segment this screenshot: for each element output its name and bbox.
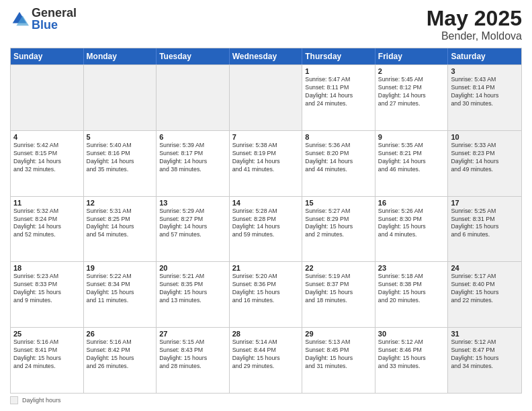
day-number: 22 bbox=[305, 264, 372, 272]
day-number: 30 bbox=[378, 330, 445, 338]
header-day-sunday: Sunday bbox=[11, 48, 84, 64]
day-number: 7 bbox=[232, 133, 300, 141]
cal-cell: 27Sunrise: 5:15 AM Sunset: 8:43 PM Dayli… bbox=[157, 328, 230, 393]
header-day-wednesday: Wednesday bbox=[230, 48, 303, 64]
cal-cell: 21Sunrise: 5:20 AM Sunset: 8:36 PM Dayli… bbox=[230, 262, 303, 327]
cal-cell: 31Sunrise: 5:12 AM Sunset: 8:47 PM Dayli… bbox=[448, 328, 521, 393]
day-number: 15 bbox=[305, 199, 372, 207]
day-number: 6 bbox=[159, 133, 226, 141]
day-number: 14 bbox=[232, 199, 300, 207]
logo-general: General bbox=[32, 7, 77, 19]
day-number: 10 bbox=[451, 133, 519, 141]
cal-cell: 9Sunrise: 5:35 AM Sunset: 8:21 PM Daylig… bbox=[375, 131, 449, 196]
logo-icon bbox=[10, 9, 29, 28]
cell-info: Sunrise: 5:35 AM Sunset: 8:21 PM Dayligh… bbox=[378, 142, 445, 174]
cell-info: Sunrise: 5:26 AM Sunset: 8:30 PM Dayligh… bbox=[378, 208, 445, 240]
cal-cell: 28Sunrise: 5:14 AM Sunset: 8:44 PM Dayli… bbox=[230, 328, 303, 393]
day-number: 25 bbox=[13, 330, 81, 338]
day-number: 20 bbox=[159, 264, 226, 272]
day-number: 28 bbox=[232, 330, 300, 338]
cal-cell: 14Sunrise: 5:28 AM Sunset: 8:28 PM Dayli… bbox=[230, 197, 303, 262]
day-number: 11 bbox=[13, 199, 81, 207]
day-number: 9 bbox=[378, 133, 445, 141]
cell-info: Sunrise: 5:32 AM Sunset: 8:24 PM Dayligh… bbox=[13, 208, 81, 240]
day-number: 24 bbox=[451, 264, 519, 272]
calendar: SundayMondayTuesdayWednesdayThursdayFrid… bbox=[10, 48, 522, 394]
header-day-thursday: Thursday bbox=[302, 48, 375, 64]
cell-info: Sunrise: 5:25 AM Sunset: 8:31 PM Dayligh… bbox=[451, 208, 519, 240]
cell-info: Sunrise: 5:18 AM Sunset: 8:38 PM Dayligh… bbox=[378, 273, 445, 305]
cal-cell: 10Sunrise: 5:33 AM Sunset: 8:23 PM Dayli… bbox=[448, 131, 521, 196]
cell-info: Sunrise: 5:29 AM Sunset: 8:27 PM Dayligh… bbox=[159, 208, 226, 240]
cell-info: Sunrise: 5:17 AM Sunset: 8:40 PM Dayligh… bbox=[451, 273, 519, 305]
cell-info: Sunrise: 5:22 AM Sunset: 8:34 PM Dayligh… bbox=[87, 273, 154, 305]
cell-info: Sunrise: 5:16 AM Sunset: 8:42 PM Dayligh… bbox=[87, 338, 154, 371]
cell-info: Sunrise: 5:42 AM Sunset: 8:15 PM Dayligh… bbox=[13, 142, 81, 174]
cal-cell: 25Sunrise: 5:16 AM Sunset: 8:41 PM Dayli… bbox=[11, 328, 84, 393]
day-number: 19 bbox=[87, 264, 154, 272]
cal-cell: 18Sunrise: 5:23 AM Sunset: 8:33 PM Dayli… bbox=[11, 262, 84, 327]
cal-cell: 23Sunrise: 5:18 AM Sunset: 8:38 PM Dayli… bbox=[375, 262, 449, 327]
cell-info: Sunrise: 5:40 AM Sunset: 8:16 PM Dayligh… bbox=[87, 142, 154, 174]
cal-cell bbox=[11, 65, 84, 130]
day-number: 18 bbox=[13, 264, 81, 272]
cal-cell bbox=[157, 65, 230, 130]
cell-info: Sunrise: 5:28 AM Sunset: 8:28 PM Dayligh… bbox=[232, 208, 300, 240]
day-number: 12 bbox=[87, 199, 154, 207]
cell-info: Sunrise: 5:14 AM Sunset: 8:44 PM Dayligh… bbox=[232, 338, 300, 371]
cal-row-4: 25Sunrise: 5:16 AM Sunset: 8:41 PM Dayli… bbox=[11, 327, 521, 393]
cal-cell: 15Sunrise: 5:27 AM Sunset: 8:29 PM Dayli… bbox=[302, 197, 375, 262]
title-block: May 2025 Bender, Moldova bbox=[427, 7, 522, 42]
cal-cell: 24Sunrise: 5:17 AM Sunset: 8:40 PM Dayli… bbox=[448, 262, 521, 327]
header-day-tuesday: Tuesday bbox=[157, 48, 230, 64]
cal-cell: 2Sunrise: 5:45 AM Sunset: 8:12 PM Daylig… bbox=[375, 65, 449, 130]
day-number: 21 bbox=[232, 264, 300, 272]
cal-cell: 8Sunrise: 5:36 AM Sunset: 8:20 PM Daylig… bbox=[302, 131, 375, 196]
cal-cell: 26Sunrise: 5:16 AM Sunset: 8:42 PM Dayli… bbox=[84, 328, 157, 393]
cell-info: Sunrise: 5:31 AM Sunset: 8:25 PM Dayligh… bbox=[87, 208, 154, 240]
cal-cell: 17Sunrise: 5:25 AM Sunset: 8:31 PM Dayli… bbox=[448, 197, 521, 262]
cal-cell: 12Sunrise: 5:31 AM Sunset: 8:25 PM Dayli… bbox=[84, 197, 157, 262]
cell-info: Sunrise: 5:16 AM Sunset: 8:41 PM Dayligh… bbox=[13, 338, 81, 371]
month-title: May 2025 bbox=[427, 7, 522, 30]
cal-row-1: 4Sunrise: 5:42 AM Sunset: 8:15 PM Daylig… bbox=[11, 130, 521, 196]
cal-cell bbox=[230, 65, 303, 130]
cal-cell: 7Sunrise: 5:38 AM Sunset: 8:19 PM Daylig… bbox=[230, 131, 303, 196]
cal-cell: 29Sunrise: 5:13 AM Sunset: 8:45 PM Dayli… bbox=[302, 328, 375, 393]
cal-cell: 16Sunrise: 5:26 AM Sunset: 8:30 PM Dayli… bbox=[375, 197, 449, 262]
day-number: 8 bbox=[305, 133, 372, 141]
location: Bender, Moldova bbox=[427, 30, 522, 42]
cell-info: Sunrise: 5:13 AM Sunset: 8:45 PM Dayligh… bbox=[305, 338, 372, 371]
day-number: 1 bbox=[305, 67, 372, 75]
cal-cell: 3Sunrise: 5:43 AM Sunset: 8:14 PM Daylig… bbox=[448, 65, 521, 130]
cal-cell: 4Sunrise: 5:42 AM Sunset: 8:15 PM Daylig… bbox=[11, 131, 84, 196]
logo: General Blue bbox=[10, 7, 77, 31]
day-number: 27 bbox=[159, 330, 226, 338]
day-number: 26 bbox=[87, 330, 154, 338]
cell-info: Sunrise: 5:43 AM Sunset: 8:14 PM Dayligh… bbox=[451, 76, 519, 108]
header-day-friday: Friday bbox=[375, 48, 449, 64]
cal-row-3: 18Sunrise: 5:23 AM Sunset: 8:33 PM Dayli… bbox=[11, 261, 521, 327]
cal-cell: 30Sunrise: 5:12 AM Sunset: 8:46 PM Dayli… bbox=[375, 328, 449, 393]
day-number: 4 bbox=[13, 133, 81, 141]
day-number: 29 bbox=[305, 330, 372, 338]
cal-cell: 6Sunrise: 5:39 AM Sunset: 8:17 PM Daylig… bbox=[157, 131, 230, 196]
cell-info: Sunrise: 5:20 AM Sunset: 8:36 PM Dayligh… bbox=[232, 273, 300, 305]
logo-text: General Blue bbox=[32, 7, 77, 31]
day-number: 3 bbox=[451, 67, 519, 75]
footer-note: Daylight hours bbox=[10, 396, 522, 404]
calendar-body: 1Sunrise: 5:47 AM Sunset: 8:11 PM Daylig… bbox=[11, 64, 521, 393]
cal-cell bbox=[84, 65, 157, 130]
cell-info: Sunrise: 5:38 AM Sunset: 8:19 PM Dayligh… bbox=[232, 142, 300, 174]
cell-info: Sunrise: 5:39 AM Sunset: 8:17 PM Dayligh… bbox=[159, 142, 226, 174]
cell-info: Sunrise: 5:15 AM Sunset: 8:43 PM Dayligh… bbox=[159, 338, 226, 371]
day-number: 17 bbox=[451, 199, 519, 207]
cell-info: Sunrise: 5:12 AM Sunset: 8:47 PM Dayligh… bbox=[451, 338, 519, 371]
cell-info: Sunrise: 5:47 AM Sunset: 8:11 PM Dayligh… bbox=[305, 76, 372, 108]
logo-blue: Blue bbox=[32, 19, 77, 31]
cell-info: Sunrise: 5:12 AM Sunset: 8:46 PM Dayligh… bbox=[378, 338, 445, 371]
day-number: 16 bbox=[378, 199, 445, 207]
cal-cell: 19Sunrise: 5:22 AM Sunset: 8:34 PM Dayli… bbox=[84, 262, 157, 327]
cell-info: Sunrise: 5:45 AM Sunset: 8:12 PM Dayligh… bbox=[378, 76, 445, 108]
footer-box bbox=[10, 396, 18, 404]
